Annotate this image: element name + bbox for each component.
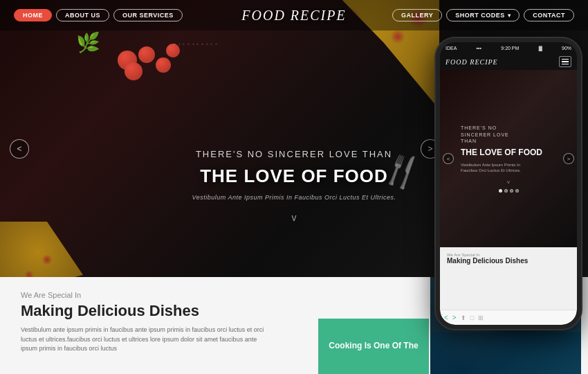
chevron-left-icon: < — [17, 144, 21, 154]
special-label: We Are Special In — [21, 291, 422, 299]
nav-right: GALLERY SHORT CODES ▾ CONTACT — [392, 9, 574, 21]
phone-battery-icon: ▓ — [539, 46, 542, 51]
phone-time: 9:20 PM — [501, 46, 519, 51]
nav-about[interactable]: ABOUT US — [56, 9, 109, 21]
nav-left: HOME ABOUT US OUR SERVICES — [14, 9, 183, 21]
phone-battery: 90% — [562, 46, 571, 51]
phone-browser-bar: < > ⬆ □ ⊞ — [440, 310, 577, 325]
hero-description: Vestibulum Ante Ipsum Primis In Faucibus… — [156, 194, 432, 201]
phone-signal-icon: ▪▪▪ — [477, 46, 481, 51]
power-button — [580, 105, 581, 122]
shortcodes-label: SHORT CODES — [455, 12, 505, 19]
sparkle-decoration2: · · · · · · · · · · · · · · · · · — [138, 62, 170, 66]
hero-prev-arrow[interactable]: < — [10, 139, 29, 159]
phone-bookmark-icon[interactable]: □ — [470, 314, 474, 321]
phone-hero-title: THE LOVE OF FOOD — [461, 148, 556, 157]
phone-white-section: We Are Special In Making Delicious Dishe… — [440, 247, 577, 310]
phone-dot-4[interactable] — [515, 189, 519, 193]
header: HOME ABOUT US OUR SERVICES FOOD RECIPE G… — [0, 0, 588, 30]
nav-shortcodes[interactable]: SHORT CODES ▾ — [446, 9, 520, 21]
phone-brand: FOOD RECIPE — [445, 58, 498, 66]
phone-mockup: IDEA ▪▪▪ 9:20 PM ▓ 90% FOOD RECIPE < > T… — [436, 38, 581, 329]
sparkle-decoration: ✦ ✦ ✦ ✦ ✦ ✦ ✦ ✦ ✦ ✦ — [173, 42, 218, 46]
phone-dot-1[interactable] — [499, 189, 502, 193]
hamburger-menu[interactable] — [559, 56, 571, 68]
phone-prev-arrow[interactable]: < — [443, 153, 454, 164]
phone-status-bar: IDEA ▪▪▪ 9:20 PM ▓ 90% — [440, 42, 577, 53]
phone-dot-2[interactable] — [504, 189, 508, 193]
nav-home[interactable]: HOME — [14, 9, 52, 21]
hamburger-line-2 — [562, 61, 569, 62]
phone-next-arrow[interactable]: > — [563, 153, 574, 164]
phone-nav: FOOD RECIPE — [440, 53, 577, 70]
volume-button-2 — [436, 112, 437, 125]
hamburger-line-1 — [562, 59, 569, 60]
hero-subtitle: THERE'S NO SINCERER LOVE THAN — [156, 149, 432, 161]
phone-forward-btn[interactable]: > — [452, 314, 457, 321]
special-title: Making Delicious Dishes — [21, 302, 422, 320]
phone-hero-desc: Vestibulum Ante Ipsum Primis InFaucibus … — [461, 162, 556, 174]
phone-dots — [447, 189, 570, 193]
phone-tabs-icon[interactable]: ⊞ — [478, 314, 484, 321]
brand-title: FOOD RECIPE — [241, 8, 346, 24]
phone-carrier: IDEA — [445, 46, 457, 51]
phone-share-icon[interactable]: ⬆ — [461, 314, 466, 321]
phone-hero-area: < > THERE'S NOSINCERER LOVETHAN THE LOVE… — [440, 70, 577, 247]
nav-gallery[interactable]: GALLERY — [392, 9, 442, 21]
phone-screen: IDEA ▪▪▪ 9:20 PM ▓ 90% FOOD RECIPE < > T… — [440, 42, 577, 325]
phone-back-btn[interactable]: < — [444, 314, 448, 321]
nav-contact[interactable]: CONTACT — [524, 9, 574, 21]
teal-box-text: Cooking Is One Of The — [329, 341, 418, 352]
phone-scroll-icon: v — [447, 179, 570, 185]
phone-hero-subtitle: THERE'S NOSINCERER LOVETHAN — [461, 125, 556, 145]
volume-button-1 — [436, 91, 437, 105]
teal-box: Cooking Is One Of The — [318, 319, 429, 374]
special-text: Vestibulum ante ipsum primis in faucibus… — [21, 326, 270, 354]
phone-special-title: Making Delicious Dishes — [447, 257, 570, 265]
scroll-down-icon[interactable]: v — [156, 212, 432, 223]
phone-dot-3[interactable] — [510, 189, 513, 193]
hamburger-line-3 — [562, 64, 569, 65]
chevron-right-icon: > — [428, 144, 432, 154]
hero-title: THE LOVE OF FOOD — [156, 166, 432, 187]
nav-services[interactable]: OUR SERVICES — [113, 9, 183, 21]
hero-text: THERE'S NO SINCERER LOVE THAN THE LOVE O… — [156, 149, 432, 223]
chevron-down-icon: ▾ — [508, 12, 511, 19]
